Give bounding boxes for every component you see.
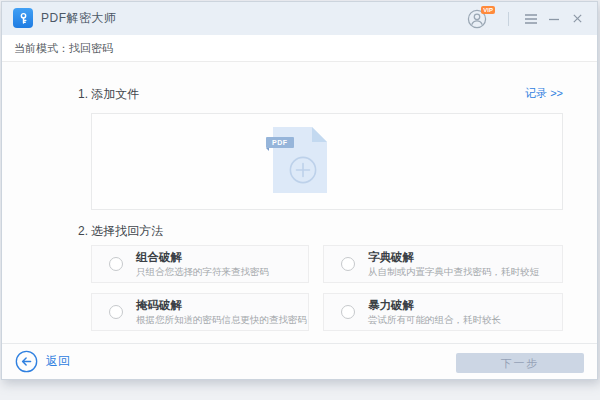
minimize-icon[interactable] <box>544 7 564 31</box>
mode-bar: 当前模式：找回密码 <box>2 35 597 62</box>
option-title: 暴力破解 <box>368 300 501 312</box>
method-options-grid: 组合破解 只组合您选择的字符来查找密码 字典破解 从自制或内置字典中查找密码，耗… <box>91 245 563 331</box>
current-mode-label: 当前模式：找回密码 <box>14 35 597 61</box>
titlebar: PDF解密大师 VIP <box>2 2 597 36</box>
next-button[interactable]: 下一步 <box>456 353 584 373</box>
app-title: PDF解密大师 <box>41 2 117 35</box>
pdf-tag-label: PDF <box>266 137 294 148</box>
radio-bruteforce[interactable] <box>341 305 355 319</box>
user-account-icon[interactable]: VIP <box>467 9 487 29</box>
option-title: 掩码破解 <box>136 300 307 312</box>
records-link[interactable]: 记录 >> <box>525 86 563 101</box>
file-drop-area[interactable]: PDF <box>91 113 563 210</box>
radio-combination[interactable] <box>109 257 123 271</box>
option-combination-crack[interactable]: 组合破解 只组合您选择的字符来查找密码 <box>91 245 309 283</box>
pdf-file-icon: PDF <box>273 127 327 193</box>
titlebar-divider <box>508 12 509 26</box>
close-icon[interactable] <box>567 7 587 31</box>
radio-dictionary[interactable] <box>341 257 355 271</box>
back-button[interactable]: 返回 <box>15 350 70 373</box>
method-section-title: 2. 选择找回方法 <box>78 223 163 240</box>
option-title: 字典破解 <box>368 252 539 264</box>
option-desc: 从自制或内置字典中查找密码，耗时较短 <box>368 267 539 277</box>
option-bruteforce-crack[interactable]: 暴力破解 尝试所有可能的组合，耗时较长 <box>323 293 563 331</box>
add-plus-icon[interactable] <box>289 156 317 184</box>
option-desc: 只组合您选择的字符来查找密码 <box>136 267 269 277</box>
option-desc: 尝试所有可能的组合，耗时较长 <box>368 315 501 325</box>
back-arrow-icon <box>15 350 38 373</box>
add-file-section-title: 1. 添加文件 <box>78 86 139 103</box>
radio-mask[interactable] <box>109 305 123 319</box>
footer-bar: 返回 下一步 <box>2 343 597 379</box>
app-window: PDF解密大师 VIP 当前模式：找回密码 <box>1 1 598 380</box>
back-button-label: 返回 <box>46 353 70 370</box>
option-mask-crack[interactable]: 掩码破解 根据您所知道的密码信息更快的查找密码 <box>91 293 309 331</box>
menu-icon[interactable] <box>521 7 541 31</box>
app-logo-key-icon <box>13 8 33 28</box>
option-desc: 根据您所知道的密码信息更快的查找密码 <box>136 315 307 325</box>
option-dictionary-crack[interactable]: 字典破解 从自制或内置字典中查找密码，耗时较短 <box>323 245 563 283</box>
option-title: 组合破解 <box>136 252 269 264</box>
vip-badge: VIP <box>481 6 495 14</box>
